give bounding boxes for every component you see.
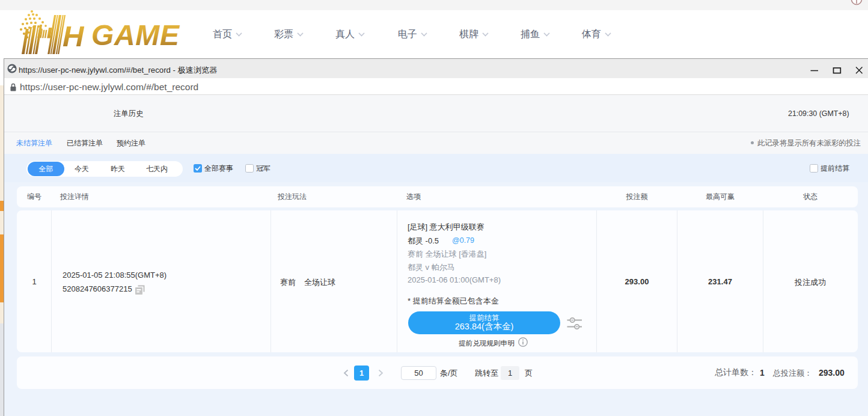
svg-text:GAME: GAME — [91, 19, 180, 51]
svg-text:H: H — [63, 20, 85, 52]
